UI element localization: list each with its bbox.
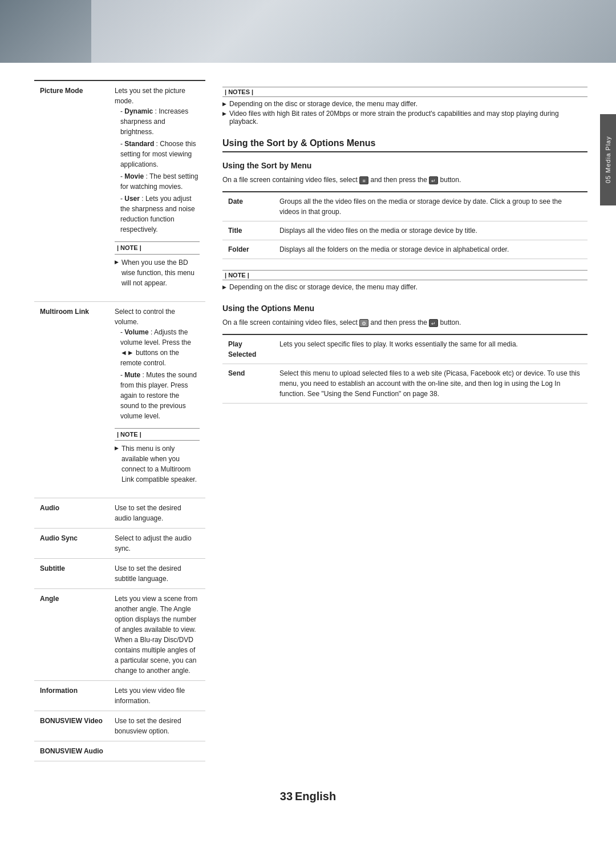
sort-by-heading-text: Using the Sort by Menu — [222, 161, 311, 170]
options-icon: ⚙ — [359, 319, 368, 327]
side-tab: 05 Media Play — [600, 114, 616, 205]
row-content: Use to set the desired audio language. — [109, 498, 205, 529]
table-row: Play Selected Lets you select specific f… — [222, 334, 587, 364]
main-section-heading: Using the Sort by & Options Menus — [222, 138, 587, 152]
list-item: Movie : The best setting for watching mo… — [120, 171, 200, 192]
list-item: Volume : Adjusts the volume level. Press… — [120, 327, 200, 368]
left-column: Picture Mode Lets you set the picture mo… — [34, 80, 205, 761]
note-title: | NOTE | — [115, 428, 200, 441]
table-row: Subtitle Use to set the desired subtitle… — [34, 559, 205, 589]
note-item: Video files with high Bit rates of 20Mbp… — [222, 110, 587, 126]
row-content: Select this menu to upload selected file… — [274, 364, 587, 404]
row-content: Displays all the video files on the medi… — [274, 221, 587, 240]
row-header: Date — [222, 192, 274, 221]
row-content: Select to adjust the audio sync. — [109, 529, 205, 559]
note-item: Depending on the disc or storage device,… — [222, 283, 587, 291]
page-number-section: 33 English — [0, 790, 616, 814]
top-banner — [0, 0, 616, 63]
note-item: Depending on the disc or storage device,… — [222, 100, 587, 108]
table-row: BONUSVIEW Video Use to set the desired b… — [34, 711, 205, 741]
row-header: Audio Sync — [34, 529, 109, 559]
note-title: | NOTE | — [115, 241, 200, 255]
sort-by-intro: On a file screen containing video files,… — [222, 175, 587, 185]
row-header: Audio — [34, 498, 109, 529]
page-number: 33 — [280, 790, 293, 802]
row-header: Subtitle — [34, 559, 109, 589]
table-row: Angle Lets you view a scene from another… — [34, 589, 205, 681]
chapter-label: 05 Media Play — [605, 136, 611, 184]
picture-mode-intro: Lets you set the picture mode. — [115, 87, 185, 105]
row-header: Information — [34, 681, 109, 711]
options-table: Play Selected Lets you select specific f… — [222, 334, 587, 404]
sort-by-heading: Using the Sort by Menu — [222, 161, 587, 170]
multiroom-note: | NOTE | This menu is only available whe… — [115, 426, 200, 489]
row-header: BONUSVIEW Video — [34, 711, 109, 741]
list-item: Dynamic : Increases sharpness and bright… — [120, 106, 200, 137]
page-label: English — [295, 790, 336, 802]
row-content — [109, 741, 205, 761]
table-row: Picture Mode Lets you set the picture mo… — [34, 80, 205, 301]
row-content: Use to set the desired bonusview option. — [109, 711, 205, 741]
list-item: User : Lets you adjust the sharpness and… — [120, 193, 200, 235]
row-content: Lets you view a scene from another angle… — [109, 589, 205, 681]
table-row: Audio Use to set the desired audio langu… — [34, 498, 205, 529]
note-item: When you use the BD wise function, this … — [115, 257, 200, 288]
table-row: BONUSVIEW Audio — [34, 741, 205, 761]
table-row: Information Lets you view video file inf… — [34, 681, 205, 711]
table-row: Date Groups all the the video files on t… — [222, 192, 587, 221]
row-header: Send — [222, 364, 274, 404]
note-title: | NOTE | — [222, 270, 587, 280]
notes-title: | NOTES | — [222, 87, 587, 97]
table-row: Audio Sync Select to adjust the audio sy… — [34, 529, 205, 559]
options-intro: On a file screen containing video files,… — [222, 317, 587, 328]
sort-by-note: | NOTE | Depending on the disc or storag… — [222, 268, 587, 295]
options-menu-heading: Using the Options Menu — [222, 304, 587, 313]
row-header: Multiroom Link — [34, 301, 109, 498]
main-heading-text: Using the Sort by & Options Menus — [222, 138, 375, 148]
right-column: | NOTES | Depending on the disc or stora… — [222, 80, 587, 761]
top-notes: | NOTES | Depending on the disc or stora… — [222, 84, 587, 130]
row-header: Angle — [34, 589, 109, 681]
row-header: Folder — [222, 240, 274, 259]
row-header: Title — [222, 221, 274, 240]
row-content: Lets you view video file information. — [109, 681, 205, 711]
row-content: Lets you select specific files to play. … — [274, 334, 587, 364]
main-content: Picture Mode Lets you set the picture mo… — [0, 63, 616, 779]
left-info-table: Picture Mode Lets you set the picture mo… — [34, 80, 205, 761]
row-content: Groups all the the video files on the me… — [274, 192, 587, 221]
options-heading-text: Using the Options Menu — [222, 304, 314, 313]
row-header: Picture Mode — [34, 80, 109, 301]
table-row: Send Select this menu to upload selected… — [222, 364, 587, 404]
row-content: Displays all the folders on the media or… — [274, 240, 587, 259]
row-header: BONUSVIEW Audio — [34, 741, 109, 761]
enter-icon: ↵ — [429, 176, 438, 184]
multiroom-list: Volume : Adjusts the volume level. Press… — [115, 327, 200, 421]
menu-icon: ≡ — [359, 176, 368, 184]
picture-mode-note: | NOTE | When you use the BD wise functi… — [115, 239, 200, 292]
table-row: Multiroom Link Select to control the vol… — [34, 301, 205, 498]
row-content: Select to control the volume. Volume : A… — [109, 301, 205, 498]
note-item: This menu is only available when you con… — [115, 443, 200, 485]
row-content: Use to set the desired subtitle language… — [109, 559, 205, 589]
table-row: Folder Displays all the folders on the m… — [222, 240, 587, 259]
row-content: Lets you set the picture mode. Dynamic :… — [109, 80, 205, 301]
list-item: Mute : Mutes the sound from this player.… — [120, 370, 200, 421]
table-row: Title Displays all the video files on th… — [222, 221, 587, 240]
row-header: Play Selected — [222, 334, 274, 364]
list-item: Standard : Choose this setting for most … — [120, 139, 200, 170]
enter-icon2: ↵ — [429, 319, 438, 327]
picture-mode-list: Dynamic : Increases sharpness and bright… — [115, 106, 200, 235]
multiroom-intro: Select to control the volume. — [115, 308, 175, 326]
sort-by-table: Date Groups all the the video files on t… — [222, 191, 587, 259]
